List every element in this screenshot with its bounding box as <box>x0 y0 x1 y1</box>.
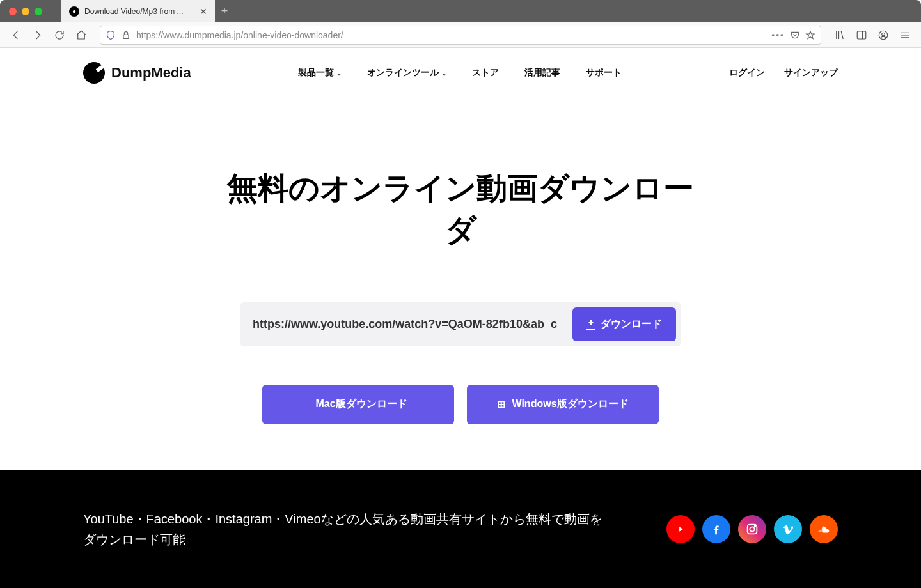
youtube-icon[interactable] <box>666 515 695 543</box>
browser-tab[interactable]: ● Download Video/Mp3 from ... ✕ <box>61 0 215 22</box>
hero: 無料のオンライン動画ダウンローダ ダウンロード Mac版ダウンロード ⊞ Win… <box>0 98 921 424</box>
vimeo-icon[interactable] <box>774 515 802 543</box>
tab-close-icon[interactable]: ✕ <box>200 6 207 17</box>
download-button[interactable]: ダウンロード <box>572 307 676 341</box>
login-link[interactable]: ログイン <box>729 67 765 79</box>
reload-button[interactable] <box>50 26 69 45</box>
minimize-window[interactable] <box>22 8 29 15</box>
video-url-input[interactable] <box>245 311 572 337</box>
instagram-icon[interactable] <box>738 515 766 543</box>
social-icons <box>666 515 838 543</box>
download-label: ダウンロード <box>601 318 662 331</box>
window-titlebar: ● Download Video/Mp3 from ... ✕ + <box>0 0 921 22</box>
nav-support[interactable]: サポート <box>586 67 622 79</box>
svg-point-3 <box>882 33 885 36</box>
bookmark-icon[interactable] <box>805 30 815 40</box>
close-window[interactable] <box>9 8 17 15</box>
url-input-row: ダウンロード <box>240 302 681 346</box>
nav-articles[interactable]: 活用記事 <box>524 67 560 79</box>
svg-rect-0 <box>123 35 129 38</box>
home-button[interactable] <box>72 26 91 45</box>
svg-rect-1 <box>857 31 866 39</box>
chevron-down-icon: ⌄ <box>441 70 446 77</box>
windows-icon: ⊞ <box>497 398 505 410</box>
pocket-icon[interactable] <box>790 30 800 40</box>
download-icon <box>586 320 595 329</box>
new-tab-button[interactable]: + <box>215 0 234 22</box>
menu-icon[interactable] <box>895 26 915 45</box>
page-content: DumpMedia 製品一覧⌄ オンラインツール⌄ ストア 活用記事 サポート … <box>0 48 921 588</box>
more-icon[interactable]: ••• <box>771 30 785 40</box>
window-controls <box>0 8 42 15</box>
logo[interactable]: DumpMedia <box>83 62 191 84</box>
tab-bar: ● Download Video/Mp3 from ... ✕ + <box>61 0 234 22</box>
soundcloud-icon[interactable] <box>810 515 838 543</box>
facebook-icon[interactable] <box>702 515 730 543</box>
svg-point-6 <box>755 525 756 527</box>
site-header: DumpMedia 製品一覧⌄ オンラインツール⌄ ストア 活用記事 サポート … <box>0 48 921 98</box>
nav-store[interactable]: ストア <box>472 67 499 79</box>
forward-button[interactable] <box>28 26 47 45</box>
footer: YouTube・Facebook・Instagram・Vimeoなどの人気ある動… <box>0 470 921 588</box>
nav-products[interactable]: 製品一覧⌄ <box>298 67 342 79</box>
shield-icon <box>106 30 116 40</box>
back-button[interactable] <box>6 26 26 45</box>
sidebar-icon[interactable] <box>852 26 871 45</box>
logo-text: DumpMedia <box>111 65 191 81</box>
browser-toolbar: https://www.dumpmedia.jp/online-video-do… <box>0 22 921 48</box>
chevron-down-icon: ⌄ <box>336 70 342 77</box>
page-title: 無料のオンライン動画ダウンローダ <box>217 168 704 251</box>
favicon: ● <box>69 6 79 17</box>
maximize-window[interactable] <box>35 8 42 15</box>
library-icon[interactable] <box>830 26 849 45</box>
footer-text: YouTube・Facebook・Instagram・Vimeoなどの人気ある動… <box>83 509 614 550</box>
mac-download-button[interactable]: Mac版ダウンロード <box>262 385 454 424</box>
main-nav: 製品一覧⌄ オンラインツール⌄ ストア 活用記事 サポート <box>298 67 622 79</box>
url-bar[interactable]: https://www.dumpmedia.jp/online-video-do… <box>100 26 821 45</box>
svg-point-5 <box>750 527 754 531</box>
nav-tools[interactable]: オンラインツール⌄ <box>367 67 446 79</box>
auth-links: ログイン サインアップ <box>729 67 838 79</box>
tab-title: Download Video/Mp3 from ... <box>84 7 194 16</box>
account-icon[interactable] <box>874 26 893 45</box>
platform-buttons: Mac版ダウンロード ⊞ Windows版ダウンロード <box>0 385 921 424</box>
windows-download-button[interactable]: ⊞ Windows版ダウンロード <box>467 385 659 424</box>
lock-icon <box>121 30 131 40</box>
logo-icon <box>83 62 105 84</box>
url-text: https://www.dumpmedia.jp/online-video-do… <box>136 30 766 40</box>
signup-link[interactable]: サインアップ <box>784 67 838 79</box>
